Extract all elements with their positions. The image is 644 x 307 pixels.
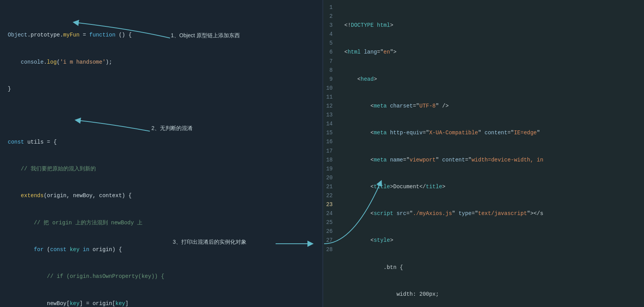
line-num-28: 28 bbox=[323, 245, 337, 254]
annotation-2: 2、无判断的混淆 bbox=[151, 125, 193, 132]
rline-4: <meta charset="UTF-8" /> bbox=[344, 102, 543, 111]
line-num-26: 26 bbox=[323, 227, 337, 236]
line-num-21: 21 bbox=[323, 182, 337, 191]
line-num-15: 15 bbox=[323, 128, 337, 137]
line-num-18: 18 bbox=[323, 156, 337, 165]
line-num-1: 1 bbox=[323, 3, 337, 12]
line-num-25: 25 bbox=[323, 218, 337, 227]
rline-11: width: 200px; bbox=[344, 290, 543, 299]
line-num-8: 8 bbox=[323, 66, 337, 75]
right-code-content: <!DOCTYPE html> <html lang="en"> <head> … bbox=[340, 0, 548, 307]
line-num-23: 23 bbox=[323, 200, 337, 209]
rline-2: <html lang="en"> bbox=[344, 48, 543, 57]
line-num-2: 2 bbox=[323, 12, 337, 21]
rline-5: <meta http-equiv="X-UA-Compatible" conte… bbox=[344, 128, 543, 137]
line-num-17: 17 bbox=[323, 147, 337, 156]
code-editor: 1 2 3 4 5 6 7 8 9 10 11 12 13 14 15 16 1… bbox=[323, 0, 644, 307]
line-num-9: 9 bbox=[323, 75, 337, 84]
line-numbers: 1 2 3 4 5 6 7 8 9 10 11 12 13 14 15 16 1… bbox=[323, 0, 340, 307]
left-code-block: Object.prototype.myFun = function () { c… bbox=[8, 4, 314, 307]
line-num-11: 11 bbox=[323, 93, 337, 102]
line-num-19: 19 bbox=[323, 165, 337, 173]
line-num-7: 7 bbox=[323, 57, 337, 66]
rline-10: .btn { bbox=[344, 263, 543, 272]
annotation-1: 1、Object 原型链上添加东西 bbox=[171, 32, 240, 39]
rline-3: <head> bbox=[344, 75, 543, 84]
line-num-22: 22 bbox=[323, 191, 337, 200]
rline-6: <meta name="viewport" content="width=dev… bbox=[344, 156, 543, 165]
line-num-14: 14 bbox=[323, 120, 337, 128]
rline-8: <script src="./myAxios.js" type="text/ja… bbox=[344, 209, 543, 218]
line-num-3: 3 bbox=[323, 21, 337, 30]
line-num-24: 24 bbox=[323, 209, 337, 218]
right-code-panel: 1 2 3 4 5 6 7 8 9 10 11 12 13 14 15 16 1… bbox=[323, 0, 644, 307]
left-code-panel: Object.prototype.myFun = function () { c… bbox=[0, 0, 322, 307]
line-num-5: 5 bbox=[323, 39, 337, 48]
rline-9: <style> bbox=[344, 236, 543, 245]
line-num-16: 16 bbox=[323, 137, 337, 146]
line-num-4: 4 bbox=[323, 30, 337, 39]
line-num-20: 20 bbox=[323, 173, 337, 182]
rline-7: <title>Document</title> bbox=[344, 182, 543, 191]
rline-1: <!DOCTYPE html> bbox=[344, 21, 543, 30]
line-num-12: 12 bbox=[323, 102, 337, 111]
annotation-3: 3、打印出混淆后的实例化对象 bbox=[173, 239, 246, 246]
line-num-13: 13 bbox=[323, 111, 337, 120]
line-num-10: 10 bbox=[323, 84, 337, 93]
line-num-6: 6 bbox=[323, 48, 337, 57]
line-num-27: 27 bbox=[323, 236, 337, 245]
